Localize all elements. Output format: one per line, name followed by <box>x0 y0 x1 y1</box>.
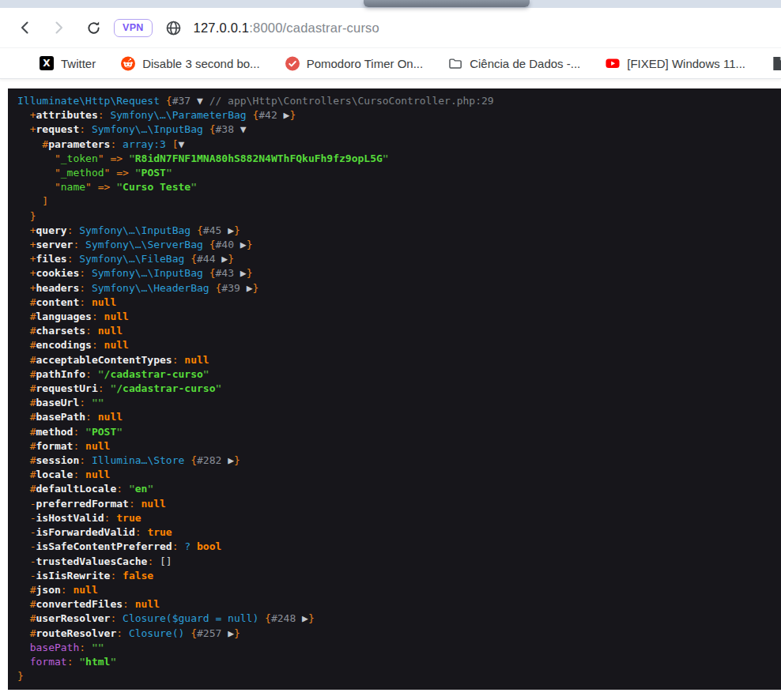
punctuation: # <box>17 339 36 351</box>
punctuation: + <box>17 267 36 279</box>
string-quote: " <box>116 181 123 193</box>
property-name: locale <box>36 469 73 480</box>
punctuation: : <box>98 382 111 394</box>
punctuation: " => <box>98 152 129 164</box>
punctuation: # <box>17 469 36 480</box>
property-name: charsets <box>36 325 85 337</box>
toggle-icon[interactable]: ▼ <box>197 95 203 107</box>
constant-value: false <box>123 570 153 581</box>
dump-line: -isForwardedValid: true <box>17 525 775 540</box>
punctuation: " <box>17 152 61 164</box>
dump-line: "_method" => "POST" <box>17 166 775 180</box>
string-value: html <box>85 656 110 668</box>
plain-text <box>184 454 191 466</box>
plain-text <box>234 239 240 250</box>
back-button[interactable] <box>11 13 40 42</box>
bookmark-youtube[interactable]: [FIXED] Windows 11... <box>606 56 745 70</box>
plain-text <box>191 540 197 552</box>
punctuation: : <box>79 454 92 466</box>
property-name: server <box>36 239 73 250</box>
plain-text <box>240 282 247 294</box>
bookmark-label: Ciência de Dados -... <box>470 57 580 70</box>
class-name: Symfony\…\InputBag <box>92 123 203 135</box>
bookmark-document[interactable]: Document <box>771 56 781 70</box>
punctuation: - <box>17 526 36 538</box>
punctuation: # <box>17 354 36 366</box>
object-ref: #40 <box>215 239 233 250</box>
string-quote: " <box>79 656 85 668</box>
dump-line: #locale: null <box>17 468 775 482</box>
punctuation: " <box>17 181 61 193</box>
toggle-icon[interactable]: ▶ <box>228 627 234 639</box>
toggle-icon[interactable]: ▶ <box>302 612 308 624</box>
class-name: Illumina…\Store <box>92 454 184 466</box>
toggle-icon[interactable]: ▼ <box>240 123 247 135</box>
punctuation: # <box>17 368 36 380</box>
property-name: basePath <box>36 411 85 423</box>
site-globe-icon[interactable] <box>160 14 187 41</box>
toggle-icon[interactable]: ▶ <box>228 454 234 466</box>
vpn-badge[interactable]: VPN <box>114 19 153 37</box>
toggle-icon[interactable]: ▶ <box>228 224 234 236</box>
constant-value: null <box>98 325 123 337</box>
string-quote: " <box>203 368 209 380</box>
punctuation: : <box>92 339 104 351</box>
string-value: /cadastrar-curso <box>116 382 215 394</box>
string-quote: "" <box>92 397 104 408</box>
toggle-icon[interactable]: ▶ <box>221 253 228 265</box>
punctuation: " => <box>85 181 116 193</box>
browser-toolbar: VPN 127.0.0.1:8000/cadastrar-curso <box>0 8 781 47</box>
string-value: Curso Teste <box>123 181 191 193</box>
dump-line: Illuminate\Http\Request {#37 ▼ // app\Ht… <box>17 94 775 108</box>
property-name: defaultLocale <box>36 483 116 495</box>
property-name: attributes <box>36 109 97 121</box>
punctuation: + <box>17 224 36 236</box>
punctuation: : <box>104 512 117 524</box>
toggle-icon[interactable]: ▶ <box>240 267 247 279</box>
property-name: parameters <box>48 138 110 150</box>
forward-button[interactable] <box>44 13 73 42</box>
punctuation: : <box>110 612 123 624</box>
punctuation: # <box>17 598 36 610</box>
property-name: content <box>36 296 79 308</box>
bookmark-label: Pomodoro Timer On... <box>307 57 424 70</box>
string-quote: " <box>147 483 153 495</box>
punctuation: - <box>17 555 36 567</box>
bookmark-pomodoro[interactable]: Pomodoro Timer On... <box>285 56 424 70</box>
punctuation: + <box>17 253 36 265</box>
bookmark-folder[interactable]: Ciência de Dados -... <box>448 56 580 70</box>
bookmark-label: [FIXED] Windows 11... <box>627 57 745 70</box>
punctuation: : <box>110 570 123 581</box>
bookmark-twitter[interactable]: X Twitter <box>40 56 96 70</box>
dump-line: -isSafeContentPreferred: ? bool <box>17 540 775 554</box>
toggle-icon[interactable]: ▼ <box>179 138 185 150</box>
reload-button[interactable] <box>79 13 108 42</box>
plain-text <box>203 123 209 135</box>
type-note: Closure() <box>129 627 184 639</box>
punctuation: : <box>85 325 98 337</box>
object-ref: #44 <box>197 253 215 265</box>
dump-line: #acceptableContentTypes: null <box>17 353 775 367</box>
dump-line: "name" => "Curso Teste" <box>17 180 775 194</box>
url-bar[interactable]: 127.0.0.1:8000/cadastrar-curso <box>194 21 379 36</box>
punctuation: + <box>17 282 36 294</box>
punctuation: - <box>17 570 36 581</box>
property-name: languages <box>36 310 91 322</box>
object-ref: #37 <box>172 95 191 107</box>
punctuation: : <box>172 354 185 366</box>
constant-value: null <box>85 440 110 452</box>
constant-value: null <box>104 310 129 322</box>
constant-value: null <box>104 339 129 351</box>
bookmark-reddit[interactable]: Disable 3 second bo... <box>121 56 259 70</box>
constant-value: true <box>116 512 141 524</box>
punctuation: # <box>17 310 36 322</box>
type-note: array:3 <box>123 138 166 150</box>
punctuation: # <box>17 397 36 408</box>
class-name: Symfony\…\HeaderBag <box>92 282 209 294</box>
string-quote: " <box>166 167 172 179</box>
property-name: isIisRewrite <box>36 570 110 581</box>
string-quote: " <box>98 368 104 380</box>
class-name: Symfony\…\FileBag <box>79 253 184 265</box>
toggle-icon[interactable]: ▶ <box>240 239 247 250</box>
punctuation: { <box>191 253 197 265</box>
